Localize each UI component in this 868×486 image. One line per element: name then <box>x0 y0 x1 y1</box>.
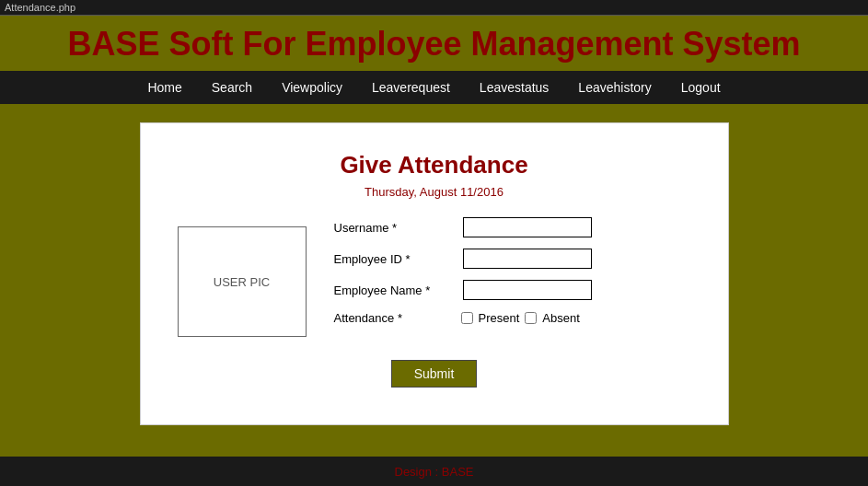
present-label[interactable]: Present <box>479 311 520 325</box>
nav-search[interactable]: Search <box>197 73 267 102</box>
title-bar: Attendance.php <box>0 0 868 16</box>
employee-id-row: Employee ID * <box>334 249 691 269</box>
submit-row: Submit <box>178 360 691 388</box>
footer: Design : BASE <box>0 457 868 486</box>
nav-viewpolicy[interactable]: Viewpolicy <box>267 73 357 102</box>
submit-button[interactable]: Submit <box>391 360 478 388</box>
form-title: Give Attendance <box>178 151 691 179</box>
attendance-options: Present Absent <box>461 311 580 325</box>
user-pic-box: USER PIC <box>178 226 307 337</box>
header: BASE Soft For Employee Management System <box>0 16 868 71</box>
form-container: Give Attendance Thursday, August 11/2016… <box>140 122 729 425</box>
username-label: Username * <box>334 221 454 235</box>
username-input[interactable] <box>463 217 592 237</box>
form-body: USER PIC Username * Employee ID * Employ… <box>178 217 691 337</box>
absent-checkbox[interactable] <box>525 312 537 324</box>
nav-leavehistory[interactable]: Leavehistory <box>563 73 665 102</box>
employee-id-label: Employee ID * <box>334 252 454 266</box>
nav-leaverequest[interactable]: Leaverequest <box>357 73 465 102</box>
nav-home[interactable]: Home <box>133 73 196 102</box>
form-fields: Username * Employee ID * Employee Name *… <box>334 217 691 325</box>
absent-label[interactable]: Absent <box>542 311 579 325</box>
present-checkbox[interactable] <box>461 312 473 324</box>
nav-leavestatus[interactable]: Leavestatus <box>465 73 564 102</box>
attendance-row: Attendance * Present Absent <box>334 311 691 325</box>
attendance-label: Attendance * <box>334 311 454 325</box>
employee-name-input[interactable] <box>463 280 592 300</box>
navbar: Home Search Viewpolicy Leaverequest Leav… <box>0 71 868 104</box>
employee-name-label: Employee Name * <box>334 284 454 297</box>
footer-text: Design : BASE <box>395 465 474 479</box>
nav-logout[interactable]: Logout <box>666 73 735 102</box>
app-title: BASE Soft For Employee Management System <box>0 25 868 64</box>
form-date: Thursday, August 11/2016 <box>178 185 691 199</box>
user-pic-label: USER PIC <box>214 275 270 289</box>
username-row: Username * <box>334 217 691 237</box>
employee-name-row: Employee Name * <box>334 280 691 300</box>
employee-id-input[interactable] <box>463 249 592 269</box>
content-area: Give Attendance Thursday, August 11/2016… <box>0 104 868 444</box>
